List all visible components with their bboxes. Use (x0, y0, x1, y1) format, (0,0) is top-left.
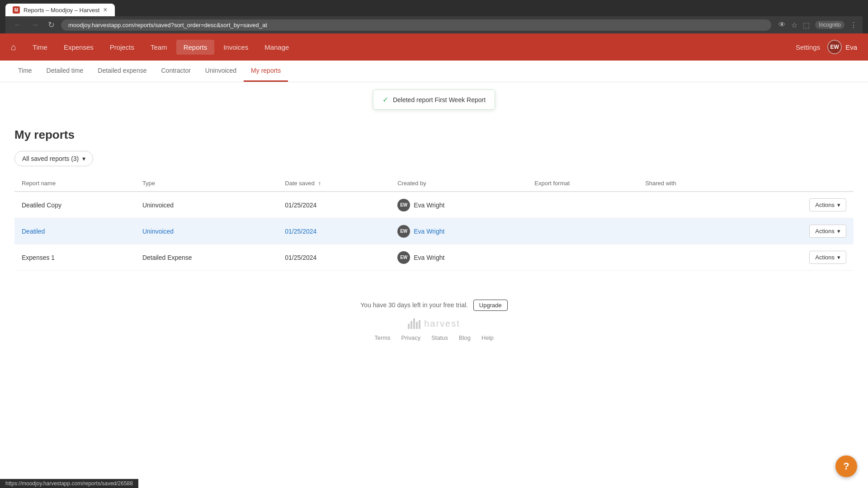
nav-link-invoices[interactable]: Invoices (216, 40, 255, 55)
sub-nav-contractor[interactable]: Contractor (154, 61, 198, 82)
cell-actions: Actions ▾ (739, 218, 854, 244)
cell-shared-with (638, 244, 739, 271)
toast-container: ✓ Deleted report First Week Report (0, 82, 868, 117)
tab-close-button[interactable]: × (103, 6, 107, 14)
col-export-format: Export format (527, 175, 638, 192)
page-title: My reports (14, 128, 854, 142)
chevron-down-icon: ▾ (837, 228, 840, 235)
col-shared-with: Shared with (638, 175, 739, 192)
eye-slash-icon: 👁 (778, 21, 786, 29)
cell-created-by: EW Eva Wright (390, 218, 527, 244)
menu-icon[interactable]: ⋮ (850, 21, 857, 29)
nav-link-manage[interactable]: Manage (257, 40, 296, 55)
incognito-badge: Incognito (815, 21, 844, 29)
cell-export-format (527, 244, 638, 271)
table-header: Report name Type Date saved ↑ Created by… (14, 175, 854, 192)
app-nav: ⌂ Time Expenses Projects Team Reports In… (0, 33, 868, 61)
user-avatar-small: EW (397, 225, 410, 238)
user-avatar-small: EW (397, 251, 410, 264)
browser-icons: 👁 ☆ ⬚ Incognito ⋮ (778, 21, 857, 29)
table-row: Deatiled Uninvoiced 01/25/2024 EW Eva Wr… (14, 218, 854, 244)
actions-button[interactable]: Actions ▾ (809, 198, 846, 211)
footer-terms[interactable]: Terms (374, 334, 390, 341)
filter-label: All saved reports (3) (22, 155, 79, 162)
sort-arrow: ↑ (318, 180, 321, 187)
forward-button[interactable]: → (28, 19, 42, 31)
sub-nav-uninvoiced[interactable]: Uninvoiced (198, 61, 244, 82)
tab-bar: M Reports – Moodjoy – Harvest × + (5, 4, 863, 16)
cell-type: Uninvoiced (135, 192, 278, 218)
sub-nav-time[interactable]: Time (11, 61, 39, 82)
nav-link-time[interactable]: Time (25, 40, 55, 55)
nav-right: Settings EW Eva (796, 40, 857, 54)
footer-trial: You have 30 days left in your free trial… (0, 282, 868, 318)
home-icon[interactable]: ⌂ (11, 42, 16, 52)
chevron-down-icon: ▾ (837, 202, 840, 208)
user-name-cell: Eva Wright (414, 202, 444, 209)
filter-dropdown[interactable]: All saved reports (3) ▾ (14, 151, 93, 166)
cell-type: Uninvoiced (135, 218, 278, 244)
check-icon: ✓ (382, 95, 388, 104)
nav-link-reports[interactable]: Reports (176, 40, 215, 55)
cell-report-name: Deatiled Copy (14, 192, 135, 218)
cell-export-format (527, 218, 638, 244)
cell-created-by: EW Eva Wright (390, 192, 527, 218)
table-row: Deatiled Copy Uninvoiced 01/25/2024 EW E… (14, 192, 854, 218)
user-name-cell: Eva Wright (414, 254, 444, 261)
cell-date-saved: 01/25/2024 (278, 244, 390, 271)
col-actions (739, 175, 854, 192)
settings-link[interactable]: Settings (796, 43, 820, 51)
footer-status[interactable]: Status (431, 334, 448, 341)
toast-message: Deleted report First Week Report (393, 96, 486, 103)
address-bar: ← → ↻ 👁 ☆ ⬚ Incognito ⋮ (5, 16, 863, 33)
nav-link-expenses[interactable]: Expenses (57, 40, 101, 55)
user-name-cell: Eva Wright (414, 228, 444, 235)
success-toast: ✓ Deleted report First Week Report (373, 89, 495, 110)
cell-shared-with (638, 218, 739, 244)
back-button[interactable]: ← (11, 19, 24, 31)
nav-links: Time Expenses Projects Team Reports Invo… (25, 40, 796, 55)
active-tab[interactable]: M Reports – Moodjoy – Harvest × (5, 4, 115, 16)
footer-help[interactable]: Help (481, 334, 494, 341)
user-avatar: EW (827, 40, 842, 54)
main-content: My reports All saved reports (3) ▾ Repor… (0, 117, 868, 282)
cell-date-saved: 01/25/2024 (278, 192, 390, 218)
col-date-saved[interactable]: Date saved ↑ (278, 175, 390, 192)
star-icon[interactable]: ☆ (791, 21, 797, 29)
new-tab-button[interactable]: + (117, 9, 120, 16)
cell-created-by: EW Eva Wright (390, 244, 527, 271)
sub-nav-my-reports[interactable]: My reports (244, 61, 288, 82)
actions-button[interactable]: Actions ▾ (809, 225, 846, 238)
col-report-name: Report name (14, 175, 135, 192)
chevron-down-icon: ▾ (82, 155, 85, 162)
cell-shared-with (638, 192, 739, 218)
refresh-button[interactable]: ↻ (45, 19, 57, 31)
actions-button[interactable]: Actions ▾ (809, 251, 846, 264)
footer-privacy[interactable]: Privacy (401, 334, 421, 341)
profile-icon[interactable]: ⬚ (803, 21, 810, 29)
footer-blog[interactable]: Blog (459, 334, 471, 341)
user-name: Eva (845, 43, 857, 51)
nav-link-team[interactable]: Team (143, 40, 175, 55)
tab-title: Reports – Moodjoy – Harvest (24, 7, 99, 14)
nav-link-projects[interactable]: Projects (103, 40, 142, 55)
sub-nav-detailed-time[interactable]: Detailed time (39, 61, 91, 82)
chevron-down-icon: ▾ (837, 254, 840, 261)
harvest-logo-text: harvest (424, 319, 460, 329)
cell-actions: Actions ▾ (739, 192, 854, 218)
col-created-by: Created by (390, 175, 527, 192)
upgrade-button[interactable]: Upgrade (473, 300, 508, 311)
cell-type: Detailed Expense (135, 244, 278, 271)
harvest-logo: harvest (408, 318, 460, 329)
browser-chrome: M Reports – Moodjoy – Harvest × + ← → ↻ … (0, 0, 868, 33)
user-badge[interactable]: EW Eva (827, 40, 857, 54)
tab-favicon: M (13, 6, 20, 14)
address-input[interactable] (61, 19, 771, 31)
cell-report-name: Deatiled (14, 218, 135, 244)
footer-links: Terms Privacy Status Blog Help (374, 334, 494, 341)
footer-main: harvest Terms Privacy Status Blog Help (0, 318, 868, 352)
user-avatar-small: EW (397, 199, 410, 211)
sub-nav-detailed-expense[interactable]: Detailed expense (90, 61, 154, 82)
cell-export-format (527, 192, 638, 218)
sub-nav: Time Detailed time Detailed expense Cont… (0, 61, 868, 82)
